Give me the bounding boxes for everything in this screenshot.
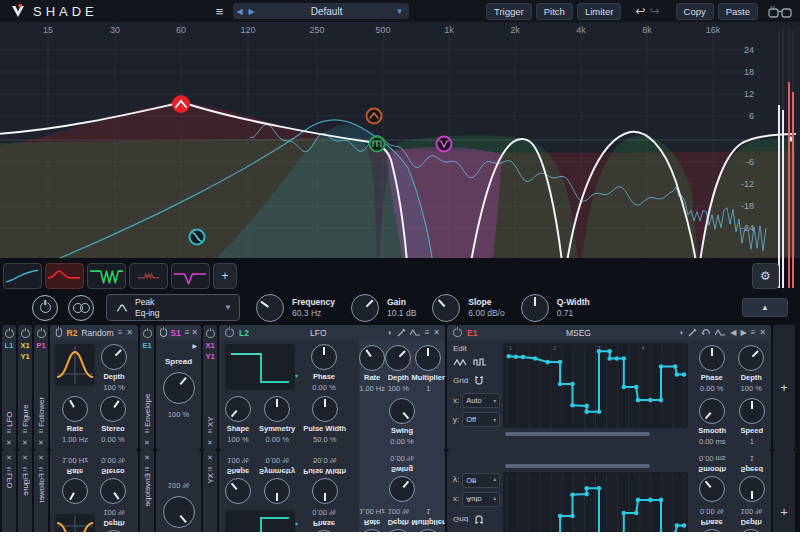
- menu-icon[interactable]: ≡: [185, 329, 190, 337]
- draw-icon[interactable]: [688, 328, 697, 337]
- band-stereo-button[interactable]: [68, 295, 94, 321]
- polarity-icon[interactable]: ◐: [679, 329, 684, 337]
- menu-icon[interactable]: ≡: [7, 464, 12, 473]
- slope-knob[interactable]: [432, 294, 460, 322]
- menu-icon[interactable]: ≡: [7, 427, 12, 436]
- symmetry-knob[interactable]: [264, 478, 290, 504]
- power-icon[interactable]: [56, 328, 62, 337]
- speed-knob[interactable]: [739, 398, 765, 424]
- power-icon[interactable]: [206, 329, 215, 338]
- smooth-knob[interactable]: [699, 398, 725, 424]
- loop-icon[interactable]: [701, 328, 711, 337]
- paste-button[interactable]: Paste: [718, 3, 758, 20]
- band-thumb-highpass[interactable]: [3, 263, 42, 289]
- pitch-button[interactable]: Pitch: [536, 3, 573, 20]
- wave-icon[interactable]: [715, 329, 726, 337]
- wave-icon[interactable]: [410, 329, 421, 337]
- power-icon[interactable]: [37, 329, 46, 338]
- menu-icon[interactable]: ≡: [23, 464, 28, 473]
- expand-icon[interactable]: ▶: [192, 342, 201, 349]
- green-comb-node[interactable]: [370, 137, 385, 152]
- q-width-knob[interactable]: [521, 294, 549, 322]
- magnet-icon[interactable]: [474, 515, 484, 525]
- mseg-step-editor[interactable]: 1234: [503, 343, 688, 428]
- mseg-x-grid-select[interactable]: Auto▾: [462, 492, 500, 507]
- close-icon[interactable]: ✕: [433, 329, 440, 337]
- swing-knob[interactable]: [389, 398, 415, 424]
- menu-icon[interactable]: ≡: [751, 329, 756, 337]
- close-icon[interactable]: ✕: [191, 329, 198, 337]
- mseg-x-grid-select[interactable]: Auto▾: [462, 393, 500, 408]
- mod-strip-xy[interactable]: X1 Y1 XY ≡ ✕: [203, 325, 217, 450]
- power-icon[interactable]: [225, 328, 234, 337]
- rate-knob[interactable]: [359, 345, 385, 371]
- orange-peak-node[interactable]: [367, 109, 382, 124]
- band-thumb-notch-magenta[interactable]: [171, 263, 210, 289]
- frequency-knob[interactable]: [256, 294, 284, 322]
- power-icon[interactable]: [143, 329, 152, 338]
- step-edit-icon[interactable]: [473, 357, 487, 367]
- menu-icon[interactable]: ≡: [23, 427, 28, 436]
- polarity-icon[interactable]: ◐: [388, 329, 393, 337]
- collapse-modulation-button[interactable]: ▲: [742, 298, 788, 317]
- band-power-button[interactable]: [32, 295, 58, 321]
- power-icon[interactable]: [5, 329, 14, 338]
- mod-strip-lfo[interactable]: L1 LFO ≡ ✕: [2, 450, 16, 532]
- menu-icon[interactable]: ≡: [208, 427, 213, 436]
- close-icon[interactable]: ✕: [22, 453, 28, 461]
- random-bell-display[interactable]: [55, 344, 95, 386]
- next-icon[interactable]: ▶: [740, 329, 746, 337]
- power-icon[interactable]: [453, 328, 462, 337]
- smooth-edit-icon[interactable]: [453, 358, 467, 367]
- mod-strip-envelope[interactable]: E1 Envelope ≡ ✕: [140, 325, 154, 450]
- close-icon[interactable]: ✕: [6, 439, 12, 447]
- close-icon[interactable]: ✕: [22, 439, 28, 447]
- add-modulator-button[interactable]: +: [773, 325, 795, 450]
- close-icon[interactable]: ✕: [144, 439, 150, 447]
- phase-knob[interactable]: [311, 530, 337, 532]
- preset-prev-icon[interactable]: ◀: [233, 7, 245, 16]
- trigger-button[interactable]: Trigger: [486, 3, 532, 20]
- menu-icon[interactable]: ≡: [145, 427, 150, 436]
- preset-menu-icon[interactable]: ≡: [216, 5, 224, 18]
- symmetry-knob[interactable]: [264, 396, 290, 422]
- close-icon[interactable]: ✕: [38, 439, 44, 447]
- mod-strip-follower[interactable]: P1 Follower ≡ ✕: [34, 450, 48, 532]
- stereo-knob[interactable]: [100, 396, 126, 422]
- draw-icon[interactable]: [397, 328, 406, 337]
- limiter-button[interactable]: Limiter: [577, 3, 622, 20]
- close-icon[interactable]: ✕: [759, 329, 766, 337]
- wave-select-dropdown-icon[interactable]: ▾: [295, 372, 298, 379]
- shape-knob[interactable]: [225, 478, 251, 504]
- band-thumb-peak-selected[interactable]: [45, 263, 84, 289]
- close-icon[interactable]: ✕: [6, 453, 12, 461]
- add-band-button[interactable]: +: [213, 263, 237, 289]
- mod-strip-xy[interactable]: X1 Y1 XY ≡ ✕: [203, 450, 217, 532]
- eq-display[interactable]: 1530 60120 250500 1k2k 4k8k 16k 2418 126…: [0, 22, 800, 258]
- band-thumb-comb-green[interactable]: [87, 263, 126, 289]
- menu-icon[interactable]: ≡: [118, 329, 123, 337]
- depth-knob[interactable]: [738, 345, 764, 371]
- close-icon[interactable]: ✕: [207, 453, 213, 461]
- add-modulator-button[interactable]: +: [773, 450, 795, 532]
- mod-strip-envelope[interactable]: E1 Envelope ≡ ✕: [140, 450, 154, 532]
- depth-knob[interactable]: [385, 345, 411, 371]
- multiplier-knob[interactable]: [415, 530, 441, 533]
- menu-icon[interactable]: ≡: [208, 464, 213, 473]
- menu-icon[interactable]: ≡: [425, 329, 430, 337]
- depth-knob[interactable]: [101, 530, 127, 532]
- rate-knob[interactable]: [62, 396, 88, 422]
- phase-knob[interactable]: [699, 345, 725, 371]
- power-icon[interactable]: [21, 329, 30, 338]
- copy-button[interactable]: Copy: [676, 3, 714, 20]
- depth-knob[interactable]: [101, 344, 127, 370]
- magenta-notch-node[interactable]: [437, 137, 452, 152]
- mod-strip-figure[interactable]: X1 Y1 Figure ≡ ✕: [18, 450, 32, 532]
- spread-knob[interactable]: [163, 372, 195, 404]
- prev-icon[interactable]: ◀: [730, 329, 736, 337]
- close-icon[interactable]: ✕: [126, 329, 133, 337]
- lfo-wave-display[interactable]: [225, 344, 295, 390]
- teal-slope-node[interactable]: [190, 230, 205, 245]
- smooth-knob[interactable]: [699, 477, 725, 503]
- mseg-y-grid-select[interactable]: Off▾: [462, 473, 500, 488]
